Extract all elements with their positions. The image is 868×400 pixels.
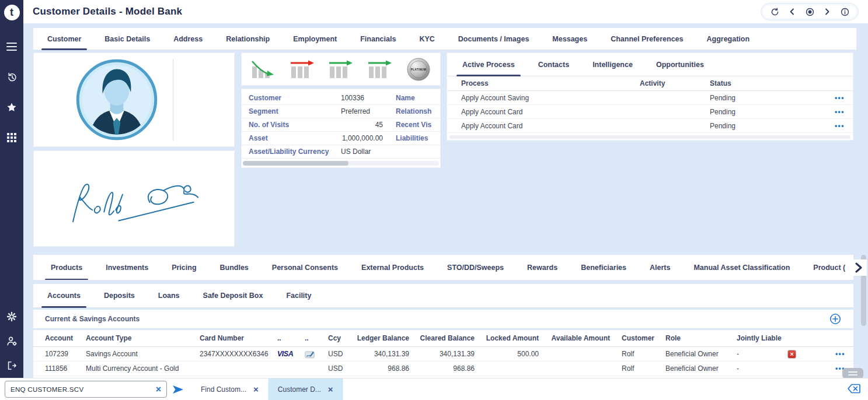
bars-trend-flat-green-icon [368,59,392,79]
process-status: Pending [710,94,827,102]
tab-alerts[interactable]: Alerts [638,255,682,280]
settings-gear-icon[interactable] [5,310,18,323]
apps-grid-icon[interactable] [5,131,18,144]
currency: USD [328,350,353,358]
tab-pricing[interactable]: Pricing [160,255,208,280]
tab-employment[interactable]: Employment [281,28,348,50]
delete-icon[interactable]: × [787,350,796,359]
logout-icon[interactable] [5,359,18,372]
app-sidebar: t [0,0,23,378]
backspace-icon[interactable] [847,383,861,394]
row-actions-icon[interactable]: ••• [827,94,853,102]
page-header: Customer Details - Model Bank [23,0,868,23]
tab-address[interactable]: Address [162,28,214,50]
process-name: Apply Account Card [461,122,640,130]
tab-product-truncated[interactable]: Product ( [801,255,853,280]
tab-loans[interactable]: Loans [147,284,191,307]
tab-active-process[interactable]: Active Process [451,53,527,76]
customer-name: Rolf [613,364,659,373]
close-tab-icon[interactable]: × [328,385,333,394]
session-tab-customer-details[interactable]: Customer D... × [269,378,343,400]
accounts-section-header: Current & Savings Accounts [33,310,853,328]
tab-beneficiaries[interactable]: Beneficiaries [569,255,638,280]
tab-aggregation[interactable]: Aggregation [695,28,761,50]
customer-signature-card [33,150,235,247]
tab-accounts[interactable]: Accounts [36,284,92,307]
summary-label-2: Relationsh [383,107,433,115]
process-row[interactable]: Apply Account Saving Pending ••• [447,91,853,105]
tab-channel-preferences[interactable]: Channel Preferences [599,28,695,50]
user-admin-icon[interactable] [5,335,18,348]
current-record-icon[interactable] [801,5,818,18]
summary-label: Segment [249,107,341,115]
previous-record-icon[interactable] [783,5,801,18]
col-available-amount: Available Amount [542,334,613,342]
info-icon[interactable] [836,5,853,18]
col-card-number: Card Number [200,334,277,342]
close-tab-icon[interactable]: × [253,385,259,394]
summary-value: 100336 [341,94,383,102]
account-row[interactable]: 111856 Multi Currency Account - Gold USD… [33,362,853,376]
menu-icon[interactable] [5,40,18,53]
summary-label-2: Recent Vis [383,121,433,129]
favorites-star-icon[interactable] [5,101,18,114]
tabs-scroll-right-icon[interactable] [850,259,867,276]
tab-contacts[interactable]: Contacts [527,53,581,76]
activity-panel: Active Process Contacts Intelligence Opp… [447,52,853,141]
tab-products[interactable]: Products [39,255,94,280]
tab-investments[interactable]: Investments [94,255,160,280]
process-row[interactable]: Apply Account Card Pending ••• [447,119,853,133]
tab-external-products[interactable]: External Products [350,255,435,280]
account-type: Savings Account [86,350,200,358]
tab-facility[interactable]: Facility [274,284,323,307]
accounts-sub-tabs: Accounts Deposits Loans Safe Deposit Box… [33,284,853,308]
horizontal-scrollbar-track[interactable] [243,161,439,166]
session-tab-label: Customer D... [278,385,321,394]
horizontal-scrollbar-thumb[interactable] [243,161,348,166]
customer-detail-tabs: Customer Basic Details Address Relations… [33,28,856,50]
col-customer: Customer [613,334,659,342]
jointly-liable: - [730,350,787,358]
tab-sto-dd-sweeps[interactable]: STO/DD/Sweeps [435,255,515,280]
command-input[interactable] [11,386,156,393]
tab-deposits[interactable]: Deposits [92,284,147,307]
summary-row: Segment Preferred Relationsh [242,105,440,118]
horizontal-scrollbar-track[interactable] [449,135,850,139]
run-command-icon[interactable] [172,385,184,394]
accounts-table-header: Account Account Type Card Number .. .. C… [33,330,853,347]
history-icon[interactable] [5,71,18,83]
refresh-icon[interactable] [766,5,783,18]
account-type: Multi Currency Account - Gold [86,364,200,373]
tab-intelligence[interactable]: Intelligence [581,53,644,76]
col-process: Process [461,79,640,87]
customer-indicators-card: PLATINUM [241,52,441,86]
account-row[interactable]: 107239 Savings Account 2347XXXXXXXX6346 … [33,347,853,362]
tab-kyc[interactable]: KYC [407,28,446,50]
tab-relationship[interactable]: Relationship [214,28,281,50]
tab-documents-images[interactable]: Documents / Images [447,28,541,50]
command-input-wrap: × [5,381,167,398]
tab-safe-deposit-box[interactable]: Safe Deposit Box [191,284,275,307]
tab-customer[interactable]: Customer [36,28,93,50]
customer-name: Rolf [613,350,659,358]
tab-messages[interactable]: Messages [541,28,599,50]
process-name: Apply Account Card [461,108,640,116]
process-row[interactable]: Apply Account Card Pending ••• [447,105,853,119]
next-record-icon[interactable] [818,5,836,18]
tab-bundles[interactable]: Bundles [208,255,260,280]
tab-rewards[interactable]: Rewards [515,255,569,280]
session-tab-find-customer[interactable]: Find Custom... × [191,378,269,400]
col-dots-2: .. [305,334,328,342]
temenos-logo: t [4,5,20,20]
tab-manual-asset-classification[interactable]: Manual Asset Classification [682,255,801,280]
add-account-icon[interactable] [829,313,842,325]
tab-financials[interactable]: Financials [348,28,407,50]
row-actions-icon[interactable]: ••• [827,108,853,116]
row-actions-icon[interactable]: ••• [827,122,853,130]
row-actions-icon[interactable]: ••• [808,350,853,358]
tab-personal-consents[interactable]: Personal Consents [260,255,350,280]
tab-opportunities[interactable]: Opportunities [644,53,716,76]
role: Beneficial Owner [659,350,730,358]
tab-basic-details[interactable]: Basic Details [93,28,162,50]
clear-input-icon[interactable]: × [156,385,161,394]
